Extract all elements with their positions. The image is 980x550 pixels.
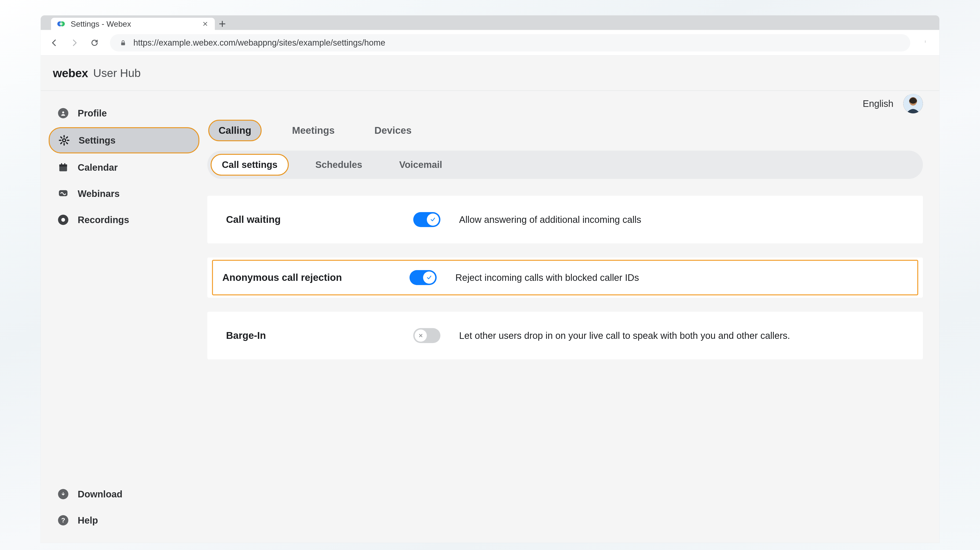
- setting-description: Let other users drop in on your live cal…: [459, 330, 904, 341]
- sidebar-item-label: Settings: [79, 135, 191, 146]
- address-bar[interactable]: https://example.webex.com/webappng/sites…: [110, 34, 910, 51]
- brand-product: User Hub: [93, 67, 141, 79]
- card-barge-in: Barge-In Let other users drop in on your…: [207, 312, 923, 360]
- toggle-call-waiting[interactable]: [413, 212, 441, 227]
- sidebar-item-download[interactable]: Download: [49, 482, 199, 506]
- main-content: English Calling Meetings Dev: [207, 91, 939, 543]
- setting-title: Call waiting: [226, 214, 395, 225]
- calendar-icon: [57, 161, 70, 174]
- question-icon: ?: [57, 514, 70, 527]
- browser-tab[interactable]: Settings - Webex: [51, 18, 215, 30]
- svg-rect-12: [64, 163, 65, 165]
- setting-title: Barge-In: [226, 330, 395, 341]
- sidebar-item-webinars[interactable]: Webinars: [49, 181, 199, 206]
- settings-cards: Call waiting Allow answering of addition…: [207, 196, 923, 360]
- sidebar: Profile Settings: [41, 91, 207, 543]
- svg-point-16: [910, 99, 916, 105]
- webinar-icon: [57, 187, 70, 200]
- close-tab-icon[interactable]: [202, 21, 209, 27]
- svg-rect-3: [121, 42, 125, 45]
- subtab-call-settings[interactable]: Call settings: [211, 154, 289, 176]
- card-anon-reject: Anonymous call rejection Reject incoming…: [207, 257, 923, 298]
- highlighted-setting: Anonymous call rejection Reject incoming…: [212, 260, 918, 295]
- toggle-barge-in[interactable]: [413, 328, 441, 343]
- brand-name: webex: [53, 67, 88, 80]
- download-icon: [57, 488, 70, 501]
- check-icon: [423, 271, 435, 284]
- browser-tab-title: Settings - Webex: [71, 19, 196, 29]
- toggle-anon-reject[interactable]: [409, 270, 437, 285]
- new-tab-button[interactable]: [215, 18, 230, 30]
- setting-title: Anonymous call rejection: [222, 272, 391, 283]
- svg-point-8: [63, 139, 66, 142]
- svg-point-2: [60, 22, 63, 25]
- app-header: webex User Hub: [41, 55, 939, 91]
- svg-rect-10: [59, 165, 67, 166]
- language-selector[interactable]: English: [863, 98, 893, 109]
- nav-list-primary: Profile Settings: [41, 101, 207, 232]
- nav-list-secondary: Download ? Help: [41, 482, 207, 533]
- subtab-schedules[interactable]: Schedules: [305, 155, 372, 175]
- browser-toolbar: https://example.webex.com/webappng/sites…: [41, 30, 939, 55]
- subtab-voicemail[interactable]: Voicemail: [389, 155, 453, 175]
- tab-calling[interactable]: Calling: [208, 120, 262, 141]
- card-call-waiting: Call waiting Allow answering of addition…: [207, 196, 923, 243]
- sidebar-item-label: Download: [78, 489, 191, 499]
- sidebar-item-calendar[interactable]: Calendar: [49, 155, 199, 179]
- url-text: https://example.webex.com/webappng/sites…: [134, 38, 385, 48]
- tab-meetings[interactable]: Meetings: [283, 120, 344, 140]
- svg-point-15: [909, 97, 917, 105]
- svg-point-7: [62, 111, 64, 113]
- svg-point-14: [903, 94, 923, 113]
- browser-tab-strip: Settings - Webex: [41, 16, 939, 30]
- sidebar-item-label: Calendar: [78, 162, 191, 173]
- sidebar-item-label: Profile: [78, 108, 191, 119]
- svg-rect-11: [61, 163, 62, 165]
- svg-point-5: [925, 41, 926, 42]
- check-icon: [427, 214, 439, 226]
- webex-favicon-icon: [57, 20, 65, 28]
- svg-point-4: [925, 41, 926, 41]
- sidebar-item-recordings[interactable]: Recordings: [49, 208, 199, 232]
- gear-icon: [57, 134, 71, 147]
- browser-menu-icon[interactable]: [921, 37, 931, 48]
- browser-window: Settings - Webex https://example.webex.c…: [41, 16, 939, 543]
- sidebar-item-settings[interactable]: Settings: [49, 127, 199, 154]
- x-icon: [415, 330, 427, 342]
- lock-icon: [119, 39, 127, 46]
- setting-description: Reject incoming calls with blocked calle…: [455, 273, 908, 283]
- record-icon: [57, 213, 70, 227]
- sidebar-item-profile[interactable]: Profile: [49, 101, 199, 125]
- tab-devices[interactable]: Devices: [365, 120, 421, 140]
- reload-icon[interactable]: [90, 38, 99, 48]
- svg-point-6: [925, 42, 926, 43]
- avatar[interactable]: [903, 94, 923, 113]
- top-right-row: English: [207, 91, 939, 116]
- setting-description: Allow answering of additional incoming c…: [459, 214, 904, 225]
- app-root: webex User Hub Profile: [41, 55, 939, 543]
- sidebar-item-label: Recordings: [78, 215, 191, 225]
- secondary-tabs: Call settings Schedules Voicemail: [207, 151, 923, 179]
- sidebar-item-help[interactable]: ? Help: [49, 508, 199, 533]
- forward-icon[interactable]: [70, 38, 79, 48]
- person-icon: [57, 107, 70, 120]
- sidebar-item-label: Webinars: [78, 189, 191, 199]
- back-icon[interactable]: [49, 38, 59, 48]
- primary-tabs: Calling Meetings Devices: [207, 116, 939, 144]
- sidebar-item-label: Help: [78, 515, 191, 526]
